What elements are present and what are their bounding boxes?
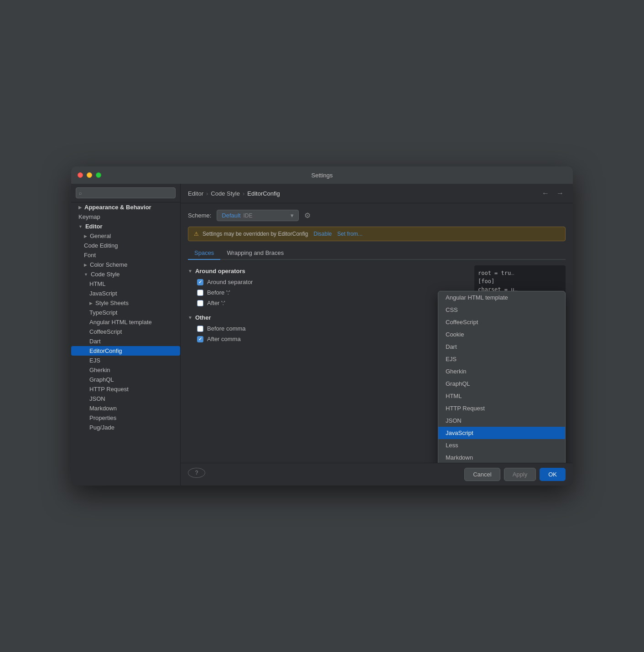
breadcrumb-editor: Editor	[188, 190, 203, 197]
set-from-dropdown: Angular HTML template CSS CoffeeScript C…	[438, 291, 566, 463]
chevron-down-icon: ▼	[188, 269, 192, 274]
dropdown-chevron-icon: ▾	[291, 212, 294, 219]
sidebar-item-style-sheets[interactable]: ▶ Style Sheets	[71, 298, 180, 308]
sidebar-item-keymap[interactable]: Keymap	[71, 212, 180, 222]
around-operators-title: Around operators	[195, 268, 245, 274]
chevron-right-icon: ▶	[78, 205, 82, 210]
disable-link[interactable]: Disable	[313, 231, 332, 237]
sidebar-item-angular-html-template[interactable]: Angular HTML template	[71, 317, 180, 327]
help-button[interactable]: ?	[188, 468, 205, 478]
forward-button[interactable]: →	[555, 188, 566, 198]
scheme-label: Scheme:	[188, 212, 211, 219]
breadcrumb-nav: ← →	[540, 188, 566, 198]
apply-button[interactable]: Apply	[504, 468, 536, 481]
around-operators-section[interactable]: ▼ Around operators	[188, 265, 469, 277]
settings-panel: Scheme: Default IDE ▾ ⚙ ⚠ Settings may b…	[181, 203, 573, 463]
sidebar-item-html[interactable]: HTML	[71, 279, 180, 289]
breadcrumb: Editor › Code Style › EditorConfig ← →	[181, 184, 573, 203]
traffic-lights	[78, 172, 101, 178]
sidebar-item-code-editing[interactable]: Code Editing	[71, 241, 180, 250]
after-comma-checkbox[interactable]	[197, 336, 203, 342]
dropdown-item-http-request[interactable]: HTTP Request	[438, 402, 565, 414]
after-comma-label[interactable]: After comma	[207, 336, 241, 342]
titlebar: Settings	[71, 166, 573, 184]
search-icon: ⌕	[79, 190, 82, 196]
breadcrumb-current: EditorConfig	[247, 190, 280, 197]
tab-wrapping-braces[interactable]: Wrapping and Braces	[220, 247, 290, 260]
back-button[interactable]: ←	[540, 188, 551, 198]
scheme-type: IDE	[244, 212, 253, 219]
sidebar-item-pug-jade[interactable]: Pug/Jade	[71, 423, 180, 432]
left-panel: ▼ Around operators Around separator Befo…	[188, 265, 469, 344]
dropdown-item-angular-html-template[interactable]: Angular HTML template	[438, 291, 565, 304]
before-comma-checkbox[interactable]	[197, 326, 203, 332]
before-comma-label[interactable]: Before comma	[207, 325, 246, 332]
close-button[interactable]	[78, 172, 83, 178]
breadcrumb-sep-1: ›	[206, 190, 208, 197]
sidebar-item-json[interactable]: JSON	[71, 394, 180, 404]
dropdown-item-html[interactable]: HTML	[438, 390, 565, 402]
sidebar-item-dart[interactable]: Dart	[71, 336, 180, 346]
dropdown-item-gherkin[interactable]: Gherkin	[438, 365, 565, 378]
dropdown-item-javascript[interactable]: JavaScript	[438, 427, 565, 439]
sidebar-item-markdown[interactable]: Markdown	[71, 404, 180, 413]
around-separator-checkbox[interactable]	[197, 279, 203, 285]
dropdown-item-dart[interactable]: Dart	[438, 341, 565, 353]
before-colon-row: Before ':'	[188, 287, 469, 298]
set-from-link[interactable]: Set from...	[338, 231, 363, 237]
before-colon-label[interactable]: Before ':'	[207, 289, 230, 296]
chevron-right-icon: ▶	[84, 234, 87, 238]
cancel-button[interactable]: Cancel	[464, 468, 500, 481]
after-colon-label[interactable]: After ':'	[207, 300, 225, 306]
sidebar-item-color-scheme[interactable]: ▶ Color Scheme	[71, 260, 180, 269]
before-colon-checkbox[interactable]	[197, 290, 203, 296]
main-content: ⌕ ▶ Appearance & Behavior Keymap ▼ Edito…	[71, 184, 573, 486]
sidebar-item-coffeescript[interactable]: CoffeeScript	[71, 327, 180, 336]
dropdown-item-less[interactable]: Less	[438, 439, 565, 451]
dropdown-item-graphql[interactable]: GraphQL	[438, 378, 565, 390]
sidebar-item-gherkin[interactable]: Gherkin	[71, 365, 180, 375]
dropdown-item-json[interactable]: JSON	[438, 414, 565, 427]
warning-icon: ⚠	[194, 231, 199, 237]
chevron-down-icon: ▼	[78, 224, 83, 229]
around-separator-label[interactable]: Around separator	[207, 279, 253, 285]
window-title: Settings	[312, 172, 333, 179]
sidebar-item-ejs[interactable]: EJS	[71, 356, 180, 365]
dropdown-item-css[interactable]: CSS	[438, 304, 565, 316]
sidebar-item-typescript[interactable]: TypeScript	[71, 308, 180, 317]
search-input[interactable]	[76, 187, 176, 198]
sidebar-item-editor[interactable]: ▼ Editor	[71, 222, 180, 231]
sidebar-item-graphql[interactable]: GraphQL	[71, 375, 180, 384]
minimize-button[interactable]	[87, 172, 92, 178]
warning-bar: ⚠ Settings may be overridden by EditorCo…	[188, 227, 566, 241]
after-colon-checkbox[interactable]	[197, 300, 203, 306]
chevron-down-icon: ▼	[188, 315, 192, 320]
chevron-down-icon: ▼	[84, 272, 88, 277]
sidebar-item-http-request[interactable]: HTTP Request	[71, 384, 180, 394]
scheme-dropdown[interactable]: Default IDE ▾	[217, 210, 299, 221]
dropdown-item-ejs[interactable]: EJS	[438, 353, 565, 365]
sidebar-item-javascript[interactable]: JavaScript	[71, 289, 180, 298]
around-separator-row: Around separator	[188, 277, 469, 287]
other-section[interactable]: ▼ Other	[188, 312, 469, 323]
sidebar-item-editorconfig[interactable]: EditorConfig	[71, 346, 180, 356]
sidebar-item-properties[interactable]: Properties	[71, 413, 180, 423]
sidebar-item-code-style[interactable]: ▼ Code Style	[71, 269, 180, 279]
dropdown-item-cookie[interactable]: Cookie	[438, 328, 565, 341]
maximize-button[interactable]	[96, 172, 101, 178]
after-colon-row: After ':'	[188, 298, 469, 308]
settings-window: Settings ⌕ ▶ Appearance & Behavior Keyma…	[71, 166, 573, 486]
chevron-right-icon: ▶	[84, 263, 87, 267]
ok-button[interactable]: OK	[540, 468, 566, 481]
sidebar-item-general[interactable]: ▶ General	[71, 231, 180, 241]
sidebar-item-appearance-behavior[interactable]: ▶ Appearance & Behavior	[71, 202, 180, 212]
gear-button[interactable]: ⚙	[304, 211, 311, 220]
sidebar-item-font[interactable]: Font	[71, 250, 180, 260]
dropdown-item-markdown[interactable]: Markdown	[438, 451, 565, 463]
tab-spaces[interactable]: Spaces	[188, 247, 220, 260]
preview-line-1: root = tru…	[478, 269, 562, 277]
search-bar: ⌕	[71, 184, 180, 202]
dropdown-item-coffeescript[interactable]: CoffeeScript	[438, 316, 565, 328]
after-comma-row: After comma	[188, 334, 469, 344]
scheme-name: Default	[222, 212, 240, 219]
